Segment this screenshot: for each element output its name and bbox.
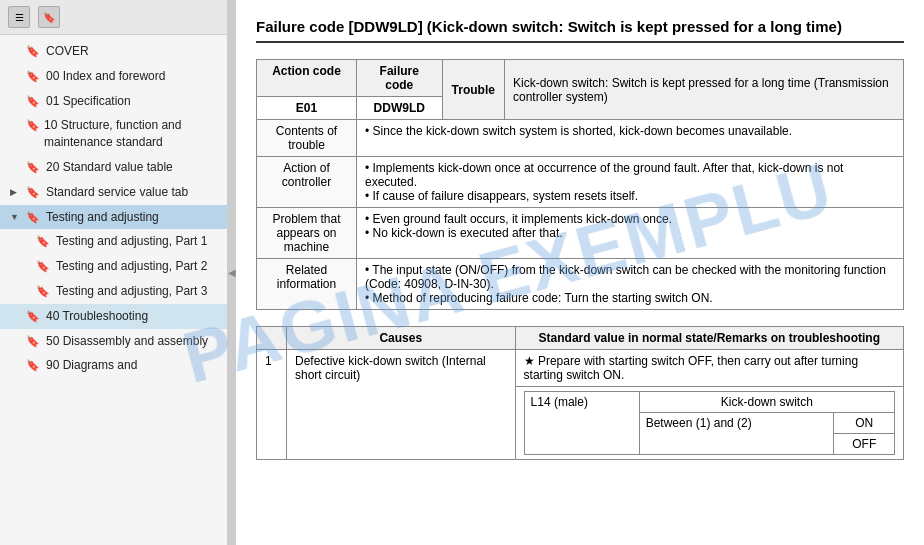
expand-arrow-std: ▶ [10, 186, 20, 199]
expand-placeholder [20, 285, 30, 298]
sidebar-label-10: 10 Structure, function and maintenance s… [44, 117, 219, 151]
sidebar-item-40-trouble[interactable]: 🔖 40 Troubleshooting [0, 304, 227, 329]
sidebar-label-testing-2: Testing and adjusting, Part 2 [56, 258, 207, 275]
sidebar-divider[interactable]: ◀ [228, 0, 236, 545]
row-action-header: Action of controller [257, 157, 357, 208]
sidebar-item-20[interactable]: 🔖 20 Standard value table [0, 155, 227, 180]
cause-row-num: 1 [257, 350, 287, 460]
row-contents-value: • Since the kick-down switch system is s… [357, 120, 904, 157]
sidebar-item-testing-1[interactable]: 🔖 Testing and adjusting, Part 1 [0, 229, 227, 254]
failure-code-table: Action code Failure code Trouble Kick-do… [256, 59, 904, 310]
sidebar-label-std: Standard service value tab [46, 184, 188, 201]
expand-placeholder [10, 70, 20, 83]
sidebar-label-testing-3: Testing and adjusting, Part 3 [56, 283, 207, 300]
row-related-value: • The input state (ON/OFF) from the kick… [357, 259, 904, 310]
page-title: Failure code [DDW9LD] (Kick-down switch:… [256, 16, 904, 43]
cause-remedy-connector: L14 (male) Kick-down switch Between (1) … [515, 387, 903, 460]
nav-icon-std: 🔖 [26, 185, 40, 200]
sidebar-item-10[interactable]: 🔖 10 Structure, function and maintenance… [0, 113, 227, 155]
sidebar-label-50: 50 Disassembly and assembly [46, 333, 208, 350]
sidebar-nav: 🔖 COVER 🔖 00 Index and foreword 🔖 01 Spe… [0, 35, 227, 382]
causes-col-standard: Standard value in normal state/Remarks o… [515, 327, 903, 350]
expand-placeholder [20, 235, 30, 248]
sidebar-label-40: 40 Troubleshooting [46, 308, 148, 325]
cause-remedy-prepare: ★ Prepare with starting switch OFF, then… [515, 350, 903, 387]
expand-placeholder [20, 260, 30, 273]
expand-placeholder [10, 45, 20, 58]
expand-placeholder [10, 95, 20, 108]
menu-button[interactable]: ☰ [8, 6, 30, 28]
nav-icon-cover: 🔖 [26, 44, 40, 59]
nav-icon-01: 🔖 [26, 94, 40, 109]
sidebar-label-01: 01 Specification [46, 93, 131, 110]
expand-placeholder [10, 161, 20, 174]
sidebar-label-cover: COVER [46, 43, 89, 60]
row-problem-value: • Even ground fault occurs, it implement… [357, 208, 904, 259]
bookmark-icon: 🔖 [43, 12, 55, 23]
bookmark-button[interactable]: 🔖 [38, 6, 60, 28]
sidebar-label-testing-1: Testing and adjusting, Part 1 [56, 233, 207, 250]
sidebar-item-90[interactable]: 🔖 90 Diagrams and [0, 353, 227, 378]
col-trouble-header: Trouble [442, 60, 504, 120]
col-action-code: Action code [257, 60, 357, 97]
nav-icon-testing-3: 🔖 [36, 284, 50, 299]
sidebar-item-testing[interactable]: ▼ 🔖 Testing and adjusting [0, 205, 227, 230]
sidebar-label-testing: Testing and adjusting [46, 209, 159, 226]
nav-icon-testing-1: 🔖 [36, 234, 50, 249]
nav-icon-20: 🔖 [26, 160, 40, 175]
causes-table: Causes Standard value in normal state/Re… [256, 326, 904, 460]
causes-col-num [257, 327, 287, 350]
sidebar-item-std-service[interactable]: ▶ 🔖 Standard service value tab [0, 180, 227, 205]
action-code-value: E01 [257, 97, 357, 120]
expand-placeholder [10, 119, 20, 132]
row-contents-header: Contents of trouble [257, 120, 357, 157]
sidebar-item-50[interactable]: 🔖 50 Disassembly and assembly [0, 329, 227, 354]
sidebar-label-00: 00 Index and foreword [46, 68, 165, 85]
nav-icon-00: 🔖 [26, 69, 40, 84]
col-trouble-desc: Kick-down switch: Switch is kept pressed… [504, 60, 903, 120]
nav-icon-testing: 🔖 [26, 210, 40, 225]
expand-placeholder [10, 359, 20, 372]
menu-icon: ☰ [15, 12, 24, 23]
row-action-value: • Implements kick-down once at occurrenc… [357, 157, 904, 208]
row-related-header: Related information [257, 259, 357, 310]
expand-placeholder [10, 335, 20, 348]
nav-icon-40: 🔖 [26, 309, 40, 324]
sidebar: ☰ 🔖 🔖 COVER 🔖 00 Index and foreword 🔖 01… [0, 0, 228, 545]
sidebar-item-testing-2[interactable]: 🔖 Testing and adjusting, Part 2 [0, 254, 227, 279]
sidebar-item-00-index[interactable]: 🔖 00 Index and foreword [0, 64, 227, 89]
sidebar-item-cover[interactable]: 🔖 COVER [0, 39, 227, 64]
sidebar-item-testing-3[interactable]: 🔖 Testing and adjusting, Part 3 [0, 279, 227, 304]
sidebar-toolbar: ☰ 🔖 [0, 0, 227, 35]
nav-icon-90: 🔖 [26, 358, 40, 373]
main-content: Failure code [DDW9LD] (Kick-down switch:… [236, 0, 924, 545]
nav-icon-testing-2: 🔖 [36, 259, 50, 274]
cause-row-cause: Defective kick-down switch (Internal sho… [287, 350, 516, 460]
row-problem-header: Problem that appears on machine [257, 208, 357, 259]
sidebar-label-20: 20 Standard value table [46, 159, 173, 176]
expand-placeholder [10, 310, 20, 323]
failure-code-value: DDW9LD [357, 97, 443, 120]
expand-arrow-testing: ▼ [10, 211, 20, 224]
sidebar-item-01-spec[interactable]: 🔖 01 Specification [0, 89, 227, 114]
nav-icon-10: 🔖 [26, 118, 38, 133]
col-failure-code: Failure code [357, 60, 443, 97]
causes-col-causes: Causes [287, 327, 516, 350]
nav-icon-50: 🔖 [26, 334, 40, 349]
sidebar-label-90: 90 Diagrams and [46, 357, 137, 374]
